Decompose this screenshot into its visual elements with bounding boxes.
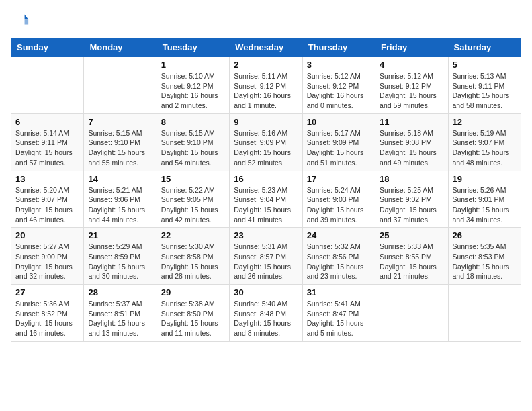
calendar-cell: 3Sunrise: 5:12 AM Sunset: 9:12 PM Daylig… (302, 57, 375, 114)
day-info: Sunrise: 5:14 AM Sunset: 9:11 PM Dayligh… (15, 128, 79, 168)
day-info: Sunrise: 5:19 AM Sunset: 9:07 PM Dayligh… (453, 128, 517, 168)
day-info: Sunrise: 5:17 AM Sunset: 9:09 PM Dayligh… (307, 128, 371, 168)
day-number: 16 (234, 174, 298, 184)
day-number: 9 (234, 117, 298, 127)
calendar-cell: 13Sunrise: 5:20 AM Sunset: 9:07 PM Dayli… (11, 171, 84, 228)
day-number: 2 (234, 60, 298, 70)
calendar-cell: 12Sunrise: 5:19 AM Sunset: 9:07 PM Dayli… (448, 113, 521, 171)
day-info: Sunrise: 5:15 AM Sunset: 9:10 PM Dayligh… (88, 128, 152, 168)
calendar-cell: 29Sunrise: 5:38 AM Sunset: 8:50 PM Dayli… (157, 285, 229, 342)
calendar-cell (448, 285, 521, 342)
day-info: Sunrise: 5:32 AM Sunset: 8:56 PM Dayligh… (307, 242, 371, 281)
calendar-cell: 20Sunrise: 5:27 AM Sunset: 9:00 PM Dayli… (11, 228, 84, 285)
day-info: Sunrise: 5:38 AM Sunset: 8:50 PM Dayligh… (161, 299, 225, 338)
day-number: 1 (161, 60, 225, 70)
calendar-cell: 23Sunrise: 5:31 AM Sunset: 8:57 PM Dayli… (230, 228, 302, 285)
day-header-sunday: Sunday (11, 38, 84, 57)
day-info: Sunrise: 5:13 AM Sunset: 9:11 PM Dayligh… (453, 71, 517, 111)
day-number: 27 (15, 287, 79, 298)
calendar-cell: 26Sunrise: 5:35 AM Sunset: 8:53 PM Dayli… (448, 228, 521, 285)
calendar-cell: 18Sunrise: 5:25 AM Sunset: 9:02 PM Dayli… (375, 171, 448, 228)
day-info: Sunrise: 5:40 AM Sunset: 8:48 PM Dayligh… (234, 299, 298, 338)
calendar-cell: 4Sunrise: 5:12 AM Sunset: 9:12 PM Daylig… (375, 57, 448, 114)
calendar-cell: 10Sunrise: 5:17 AM Sunset: 9:09 PM Dayli… (302, 113, 375, 171)
calendar-week-row: 27Sunrise: 5:36 AM Sunset: 8:52 PM Dayli… (11, 285, 521, 342)
day-info: Sunrise: 5:23 AM Sunset: 9:04 PM Dayligh… (234, 185, 298, 225)
day-info: Sunrise: 5:24 AM Sunset: 9:03 PM Dayligh… (307, 185, 371, 225)
calendar-cell: 11Sunrise: 5:18 AM Sunset: 9:08 PM Dayli… (375, 113, 448, 171)
day-number: 30 (234, 287, 298, 298)
calendar-cell: 27Sunrise: 5:36 AM Sunset: 8:52 PM Dayli… (11, 285, 84, 342)
day-header-friday: Friday (375, 38, 448, 57)
day-info: Sunrise: 5:33 AM Sunset: 8:55 PM Dayligh… (380, 242, 443, 281)
day-number: 24 (307, 230, 371, 240)
day-number: 18 (380, 174, 443, 184)
day-number: 29 (161, 287, 225, 298)
day-info: Sunrise: 5:20 AM Sunset: 9:07 PM Dayligh… (15, 185, 79, 225)
day-header-saturday: Saturday (448, 38, 521, 57)
calendar-cell: 6Sunrise: 5:14 AM Sunset: 9:11 PM Daylig… (11, 113, 84, 171)
day-number: 15 (161, 174, 225, 184)
day-number: 4 (380, 60, 443, 70)
calendar-cell: 30Sunrise: 5:40 AM Sunset: 8:48 PM Dayli… (230, 285, 302, 342)
day-number: 19 (453, 174, 517, 184)
day-info: Sunrise: 5:37 AM Sunset: 8:51 PM Dayligh… (88, 299, 152, 338)
day-info: Sunrise: 5:36 AM Sunset: 8:52 PM Dayligh… (15, 299, 79, 338)
day-info: Sunrise: 5:26 AM Sunset: 9:01 PM Dayligh… (453, 185, 517, 225)
calendar-cell: 7Sunrise: 5:15 AM Sunset: 9:10 PM Daylig… (84, 113, 157, 171)
day-info: Sunrise: 5:25 AM Sunset: 9:02 PM Dayligh… (380, 185, 443, 225)
day-info: Sunrise: 5:10 AM Sunset: 9:12 PM Dayligh… (161, 71, 225, 111)
calendar-week-row: 1Sunrise: 5:10 AM Sunset: 9:12 PM Daylig… (11, 57, 521, 114)
day-number: 12 (453, 117, 517, 127)
day-info: Sunrise: 5:15 AM Sunset: 9:10 PM Dayligh… (161, 128, 225, 168)
day-info: Sunrise: 5:31 AM Sunset: 8:57 PM Dayligh… (234, 242, 298, 281)
calendar-cell: 28Sunrise: 5:37 AM Sunset: 8:51 PM Dayli… (84, 285, 157, 342)
header (11, 11, 521, 30)
calendar-week-row: 20Sunrise: 5:27 AM Sunset: 9:00 PM Dayli… (11, 228, 521, 285)
calendar-cell: 9Sunrise: 5:16 AM Sunset: 9:09 PM Daylig… (230, 113, 302, 171)
day-number: 23 (234, 230, 298, 240)
day-info: Sunrise: 5:11 AM Sunset: 9:12 PM Dayligh… (234, 71, 298, 111)
calendar-cell: 15Sunrise: 5:22 AM Sunset: 9:05 PM Dayli… (157, 171, 229, 228)
calendar-cell (375, 285, 448, 342)
calendar-cell: 22Sunrise: 5:30 AM Sunset: 8:58 PM Dayli… (157, 228, 229, 285)
svg-marker-0 (25, 15, 29, 19)
calendar-week-row: 13Sunrise: 5:20 AM Sunset: 9:07 PM Dayli… (11, 171, 521, 228)
day-info: Sunrise: 5:29 AM Sunset: 8:59 PM Dayligh… (88, 242, 152, 281)
day-number: 20 (15, 230, 79, 240)
day-number: 5 (453, 60, 517, 70)
day-info: Sunrise: 5:22 AM Sunset: 9:05 PM Dayligh… (161, 185, 225, 225)
calendar-cell: 25Sunrise: 5:33 AM Sunset: 8:55 PM Dayli… (375, 228, 448, 285)
day-number: 6 (15, 117, 79, 127)
day-info: Sunrise: 5:41 AM Sunset: 8:47 PM Dayligh… (307, 299, 371, 338)
logo-icon (11, 11, 30, 30)
day-number: 7 (88, 117, 152, 127)
day-info: Sunrise: 5:12 AM Sunset: 9:12 PM Dayligh… (307, 71, 371, 111)
calendar-cell: 5Sunrise: 5:13 AM Sunset: 9:11 PM Daylig… (448, 57, 521, 114)
day-number: 28 (88, 287, 152, 298)
day-number: 11 (380, 117, 443, 127)
day-number: 10 (307, 117, 371, 127)
day-info: Sunrise: 5:27 AM Sunset: 9:00 PM Dayligh… (15, 242, 79, 281)
day-info: Sunrise: 5:35 AM Sunset: 8:53 PM Dayligh… (453, 242, 517, 281)
day-number: 14 (88, 174, 152, 184)
day-info: Sunrise: 5:12 AM Sunset: 9:12 PM Dayligh… (380, 71, 443, 111)
day-info: Sunrise: 5:16 AM Sunset: 9:09 PM Dayligh… (234, 128, 298, 168)
day-number: 31 (307, 287, 371, 298)
day-number: 17 (307, 174, 371, 184)
calendar-cell: 17Sunrise: 5:24 AM Sunset: 9:03 PM Dayli… (302, 171, 375, 228)
day-header-thursday: Thursday (302, 38, 375, 57)
day-number: 21 (88, 230, 152, 240)
day-header-monday: Monday (84, 38, 157, 57)
calendar-cell: 2Sunrise: 5:11 AM Sunset: 9:12 PM Daylig… (230, 57, 302, 114)
day-number: 25 (380, 230, 443, 240)
day-header-wednesday: Wednesday (230, 38, 302, 57)
logo (11, 11, 32, 30)
day-number: 22 (161, 230, 225, 240)
calendar-cell: 1Sunrise: 5:10 AM Sunset: 9:12 PM Daylig… (157, 57, 229, 114)
day-info: Sunrise: 5:30 AM Sunset: 8:58 PM Dayligh… (161, 242, 225, 281)
calendar-cell: 14Sunrise: 5:21 AM Sunset: 9:06 PM Dayli… (84, 171, 157, 228)
calendar-cell: 8Sunrise: 5:15 AM Sunset: 9:10 PM Daylig… (157, 113, 229, 171)
day-number: 3 (307, 60, 371, 70)
calendar-cell: 16Sunrise: 5:23 AM Sunset: 9:04 PM Dayli… (230, 171, 302, 228)
